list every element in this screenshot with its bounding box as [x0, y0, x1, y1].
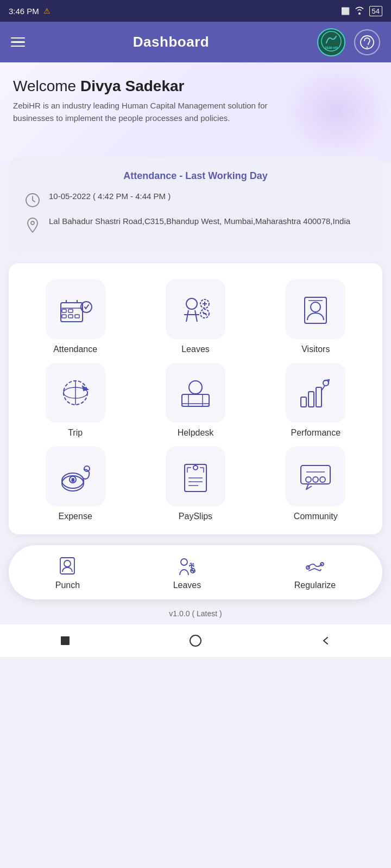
- svg-line-12: [86, 305, 89, 309]
- attendance-card: Attendance - Last Working Day 10-05-2022…: [11, 157, 380, 252]
- svg-point-49: [193, 465, 198, 470]
- location-icon: [24, 216, 41, 234]
- menu-grid-section: Attendance Leaves: [9, 263, 382, 534]
- menu-item-community[interactable]: Community: [260, 446, 371, 521]
- helpdesk-label: Helpdesk: [178, 428, 214, 438]
- screen-icon: ⬜: [341, 7, 350, 15]
- menu-grid: Attendance Leaves: [20, 279, 371, 521]
- welcome-section: Welcome Divya Sadekar ZebiHR is an indus…: [0, 62, 391, 163]
- menu-item-helpdesk[interactable]: Helpdesk: [140, 363, 251, 438]
- visitors-icon-box: [286, 279, 345, 339]
- top-navigation: Dashboard ZEBI HR: [0, 22, 391, 62]
- svg-point-34: [189, 381, 202, 394]
- battery-icon: 54: [369, 6, 382, 16]
- nav-right-actions: ZEBI HR: [317, 28, 380, 56]
- svg-point-63: [64, 560, 71, 567]
- attendance-time-row: 10-05-2022 ( 4:42 PM - 4:44 PM ): [24, 190, 367, 209]
- welcome-description: ZebiHR is an industry leading Human Capi…: [13, 99, 295, 125]
- helpdesk-icon-box: [166, 363, 225, 423]
- warning-icon: ⚠: [43, 7, 51, 15]
- svg-point-28: [311, 302, 320, 312]
- status-time: 3:46 PM: [9, 7, 39, 16]
- svg-point-60: [320, 477, 325, 482]
- svg-line-19: [186, 310, 188, 322]
- bottom-action-regularize[interactable]: Regularize: [283, 554, 346, 590]
- attendance-location-row: Lal Bahadur Shastri Road,C315,Bhandup We…: [24, 215, 367, 234]
- payslips-label: PaySlips: [179, 512, 212, 521]
- svg-rect-73: [61, 636, 70, 645]
- hamburger-menu[interactable]: [11, 37, 25, 47]
- bottom-action-punch[interactable]: Punch: [45, 554, 91, 590]
- attendance-location: Lal Bahadur Shastri Road,C315,Bhandup We…: [49, 215, 350, 228]
- svg-rect-33: [182, 394, 209, 406]
- svg-line-20: [195, 310, 197, 322]
- app-logo: ZEBI HR: [317, 28, 345, 56]
- trip-label: Trip: [68, 428, 83, 438]
- payslips-icon-box: [166, 446, 225, 506]
- status-icons: ⬜ 54: [341, 6, 382, 16]
- menu-item-leaves[interactable]: Leaves: [140, 279, 251, 354]
- community-label: Community: [294, 512, 338, 521]
- wifi-icon: [354, 6, 365, 16]
- svg-rect-14: [68, 309, 73, 312]
- svg-point-74: [190, 635, 201, 646]
- android-square-btn[interactable]: [57, 633, 73, 649]
- support-button[interactable]: [354, 29, 380, 55]
- regularize-label: Regularize: [294, 580, 336, 590]
- svg-point-59: [313, 477, 318, 482]
- android-back-btn[interactable]: [318, 633, 334, 649]
- leaves-label: Leaves: [181, 344, 210, 354]
- bottom-quick-actions: Punch Leaves Regularize: [9, 545, 382, 599]
- svg-rect-15: [62, 315, 66, 318]
- android-navigation-bar: [0, 624, 391, 657]
- svg-rect-17: [75, 315, 79, 318]
- svg-point-5: [31, 221, 34, 225]
- svg-point-58: [306, 477, 311, 482]
- visitors-label: Visitors: [301, 344, 330, 354]
- version-text: v1.0.0 ( Latest ): [0, 599, 391, 624]
- svg-rect-13: [62, 309, 66, 312]
- menu-item-trip[interactable]: Trip: [20, 363, 131, 438]
- menu-item-payslips[interactable]: PaySlips: [140, 446, 251, 521]
- svg-point-3: [367, 46, 368, 47]
- svg-text:ZEBI HR: ZEBI HR: [325, 46, 338, 49]
- status-bar: 3:46 PM ⚠ ⬜ 54: [0, 0, 391, 22]
- attendance-icon-box: [46, 279, 105, 339]
- punch-label: Punch: [55, 580, 80, 590]
- menu-item-performance[interactable]: Performance: [260, 363, 371, 438]
- page-title: Dashboard: [133, 34, 209, 50]
- svg-rect-38: [301, 397, 306, 407]
- leaves-icon-box: [166, 279, 225, 339]
- performance-icon-box: [286, 363, 345, 423]
- bottom-action-leaves[interactable]: Leaves: [162, 554, 212, 590]
- welcome-title: Welcome Divya Sadekar: [13, 78, 378, 95]
- clock-icon: [24, 192, 41, 209]
- svg-text:$: $: [72, 477, 74, 482]
- menu-item-expense[interactable]: $ Expense: [20, 446, 131, 521]
- svg-point-18: [186, 298, 197, 309]
- menu-item-visitors[interactable]: Visitors: [260, 279, 371, 354]
- attendance-datetime: 10-05-2022 ( 4:42 PM - 4:44 PM ): [49, 190, 171, 203]
- expense-icon-box: $: [46, 446, 105, 506]
- svg-rect-37: [182, 404, 209, 406]
- attendance-label: Attendance: [53, 344, 97, 354]
- svg-rect-40: [316, 387, 321, 407]
- svg-point-64: [181, 559, 187, 565]
- menu-item-attendance[interactable]: Attendance: [20, 279, 131, 354]
- svg-point-47: [84, 466, 90, 471]
- svg-rect-57: [301, 465, 330, 484]
- community-icon-box: [286, 446, 345, 506]
- performance-label: Performance: [291, 428, 341, 438]
- attendance-title: Attendance - Last Working Day: [24, 170, 367, 182]
- svg-rect-39: [308, 392, 314, 407]
- svg-rect-16: [68, 315, 73, 318]
- android-home-btn[interactable]: [187, 633, 204, 649]
- trip-icon-box: [46, 363, 105, 423]
- leaves-bottom-label: Leaves: [173, 580, 201, 590]
- expense-label: Expense: [59, 512, 92, 521]
